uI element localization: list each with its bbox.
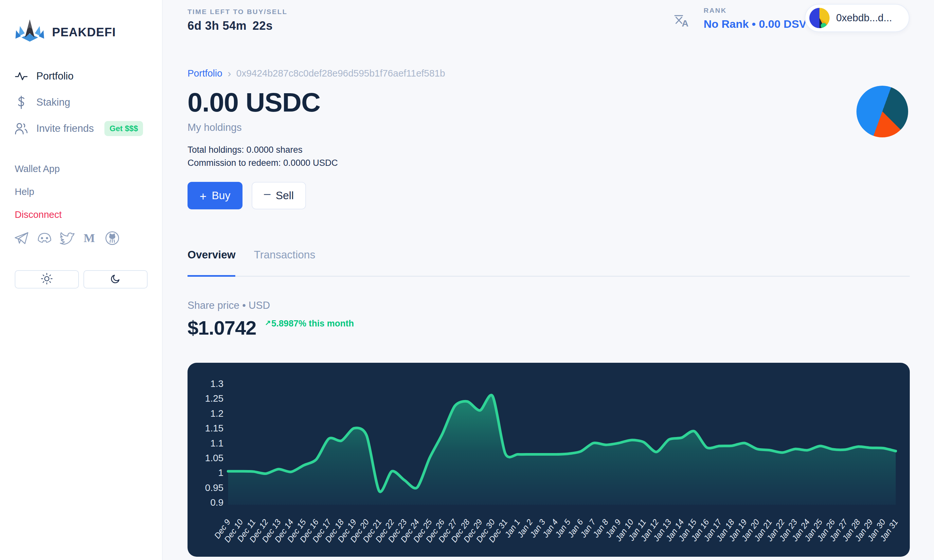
svg-text:A: A (682, 18, 688, 28)
countdown-block: TIME LEFT TO BUY/SELL 6d 3h 54m22s (188, 8, 287, 33)
sidebar-item-label: Portfolio (36, 70, 74, 82)
sell-button[interactable]: – Sell (252, 182, 306, 209)
sell-button-label: Sell (276, 189, 294, 202)
countdown-dhm: 6d 3h 54m (188, 19, 247, 32)
trade-actions: + Buy – Sell (188, 182, 306, 209)
breadcrumb-portfolio-link[interactable]: Portfolio (188, 68, 222, 79)
sidebar-item-label: Invite friends (36, 123, 94, 134)
sidebar-item-invite-friends[interactable]: Invite friends Get $$$ (15, 119, 143, 138)
countdown-seconds: 22s (253, 19, 273, 32)
sidebar-item-portfolio[interactable]: Portfolio (15, 67, 74, 85)
page-title-holdings-value: 0.00 USDC (188, 87, 321, 118)
wallet-address: 0xebdb...d... (836, 12, 892, 24)
language-icon[interactable]: A (672, 12, 689, 30)
holdings-caption: My holdings (188, 122, 242, 134)
share-price-value: $1.0742 (188, 317, 256, 339)
activity-icon (15, 71, 28, 81)
buy-button[interactable]: + Buy (188, 182, 242, 209)
share-price-label: Share price • USD (188, 300, 354, 311)
svg-text:1.05: 1.05 (205, 453, 223, 463)
moon-icon (110, 274, 121, 285)
dark-mode-button[interactable] (83, 270, 148, 289)
svg-text:1.25: 1.25 (205, 393, 223, 404)
svg-text:0.95: 0.95 (205, 483, 223, 493)
svg-text:1.15: 1.15 (205, 423, 223, 434)
share-price-change: ↗ 5.8987% this month (265, 318, 354, 329)
sidebar-item-staking[interactable]: Staking (15, 93, 70, 112)
wallet-avatar (809, 8, 829, 28)
countdown-label: TIME LEFT TO BUY/SELL (188, 8, 287, 16)
countdown-value: 6d 3h 54m22s (188, 19, 287, 33)
trend-up-icon: ↗ (265, 318, 271, 327)
tab-bar: Overview Transactions (188, 249, 910, 277)
sun-icon (41, 273, 53, 286)
rank-block: RANK No Rank • 0.00 DSV (704, 6, 806, 31)
plus-icon: + (200, 190, 207, 203)
wallet-account-button[interactable]: 0xebdb...d... (805, 4, 909, 32)
sidebar: PEAKDEFI Portfolio Staking Invit (0, 0, 163, 560)
discord-icon[interactable] (37, 232, 52, 245)
commission-text: Commission to redeem: 0.0000 USDC (188, 156, 338, 169)
tab-overview[interactable]: Overview (188, 249, 236, 261)
github-icon[interactable] (105, 231, 119, 245)
dollar-icon (15, 96, 28, 109)
chevron-right-icon: › (227, 68, 231, 80)
peakdefi-logo-icon (15, 19, 45, 46)
allocation-pie-chart (857, 86, 908, 137)
rank-label: RANK (704, 6, 806, 14)
sidebar-link-help[interactable]: Help (15, 186, 34, 197)
total-holdings-text: Total holdings: 0.0000 shares (188, 143, 338, 156)
peakdefi-logo[interactable]: PEAKDEFI (15, 19, 116, 46)
social-links: M (15, 231, 119, 245)
svg-text:1.1: 1.1 (210, 438, 223, 448)
breadcrumb: Portfolio › 0x9424b287c8c0def28e96d595b1… (188, 68, 445, 80)
tab-transactions[interactable]: Transactions (254, 249, 316, 261)
share-price-change-text: 5.8987% this month (271, 318, 354, 329)
telegram-icon[interactable] (15, 232, 29, 245)
app-title: PEAKDEFI (52, 26, 116, 39)
holdings-summary: Total holdings: 0.0000 shares Commission… (188, 143, 338, 169)
active-tab-indicator (188, 275, 235, 277)
svg-text:1.3: 1.3 (210, 378, 223, 389)
line-chart-canvas: 1.31.251.21.151.11.0510.950.9Dec 9Dec 10… (188, 363, 910, 557)
invite-reward-badge: Get $$$ (105, 121, 143, 136)
share-price-block: Share price • USD $1.0742 ↗ 5.8987% this… (188, 300, 354, 339)
users-icon (15, 123, 28, 134)
light-mode-button[interactable] (15, 270, 79, 289)
breadcrumb-fund-address: 0x9424b287c8c0def28e96d595b1f76aef11ef58… (236, 68, 445, 79)
sidebar-link-wallet-app[interactable]: Wallet App (15, 163, 60, 174)
svg-text:1.2: 1.2 (210, 408, 223, 419)
minus-icon: – (264, 187, 270, 200)
buy-button-label: Buy (212, 189, 230, 202)
theme-switcher (15, 270, 148, 289)
sidebar-item-label: Staking (36, 97, 70, 108)
twitter-icon[interactable] (60, 232, 75, 245)
svg-text:0.9: 0.9 (210, 497, 223, 508)
sidebar-link-disconnect[interactable]: Disconnect (15, 209, 62, 220)
main-content: TIME LEFT TO BUY/SELL 6d 3h 54m22s A RAN… (163, 0, 934, 560)
svg-text:1: 1 (218, 468, 223, 478)
svg-text:M: M (83, 232, 95, 245)
medium-icon[interactable]: M (83, 232, 97, 245)
rank-value: No Rank • 0.00 DSV (704, 18, 806, 31)
share-price-chart: 1.31.251.21.151.11.0510.950.9Dec 9Dec 10… (188, 363, 910, 557)
